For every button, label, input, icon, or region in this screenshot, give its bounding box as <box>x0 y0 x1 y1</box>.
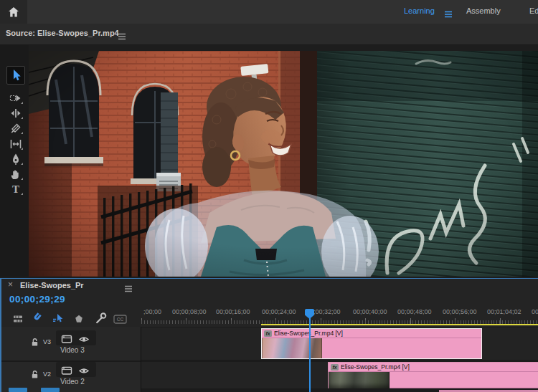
clip-label: Elise-Swopes_Pr.mp4 [V] <box>274 330 343 337</box>
track-output-eye-icon-v3[interactable] <box>78 334 90 347</box>
source-monitor-video[interactable] <box>29 51 538 277</box>
fx-badge-icon: fx <box>264 330 272 337</box>
snap-magnet-icon[interactable] <box>31 312 43 327</box>
wrench-icon[interactable] <box>95 312 107 327</box>
ripple-edit-icon <box>9 106 23 120</box>
svg-text:T: T <box>12 183 19 195</box>
ruler-label: 00;00;48;00 <box>397 308 432 315</box>
workspace-menu-icon[interactable] <box>444 8 453 21</box>
tools-panel: T <box>0 44 29 277</box>
timeline-tab-title[interactable]: Elise-Swopes_Pr <box>20 281 84 290</box>
workspace-tab-learning[interactable]: Learning <box>404 6 435 15</box>
ruler-label: 00;00;08;00 <box>172 308 207 315</box>
playhead-timecode[interactable]: 00;00;29;29 <box>9 294 65 305</box>
track-name-v2[interactable]: Video 2 <box>60 378 85 386</box>
premiere-app-window: Learning Assembly Editing Source: Elise-… <box>0 0 538 392</box>
ripple-edit-tool[interactable] <box>7 106 24 120</box>
linked-selection-icon[interactable] <box>52 312 64 327</box>
track-name-v3[interactable]: Video 3 <box>60 346 85 354</box>
svg-text:CC: CC <box>117 317 124 322</box>
timeline-ruler[interactable]: ;00;00 00;00;08;00 00;00;16;00 00;00;24;… <box>141 308 538 317</box>
source-patch-v1-button[interactable] <box>9 388 27 392</box>
ruler-label: ;00;00 <box>143 308 161 315</box>
track-id-v3[interactable]: V3 <box>43 338 51 345</box>
timeline-tab-close-icon[interactable]: × <box>8 280 13 289</box>
clip-body <box>329 372 538 388</box>
slip-icon <box>9 137 23 151</box>
track-id-v2[interactable]: V2 <box>43 371 51 378</box>
home-button[interactable] <box>0 0 27 24</box>
hand-icon <box>9 167 23 181</box>
timeline-settings-icon[interactable] <box>12 313 24 328</box>
type-icon: T <box>9 182 23 196</box>
clip-title-bar: fx Elise-Swopes_Pr.mp4 [V] <box>329 363 538 372</box>
clip-thumbnail <box>329 372 390 388</box>
selection-tool[interactable] <box>6 66 25 85</box>
timeline-clip-v3[interactable]: fx Elise-Swopes_Pr.mp4 [V] <box>261 328 482 359</box>
home-icon <box>7 6 20 19</box>
ruler-label: 00; <box>532 308 538 315</box>
sync-lock-icon-v2[interactable] <box>61 365 72 378</box>
clip-label: Elise-Swopes_Pr.mp4 [V] <box>341 363 410 371</box>
workspace-tab-assembly[interactable]: Assembly <box>466 6 501 15</box>
render-bar-yellow <box>261 324 538 325</box>
timeline-focus-border <box>0 278 538 279</box>
track-lock-icon-v3[interactable] <box>30 337 39 350</box>
hand-tool[interactable] <box>7 167 24 181</box>
razor-icon <box>9 121 23 135</box>
timeline-clip-v2[interactable]: fx Elise-Swopes_Pr.mp4 [V] <box>328 362 538 388</box>
track-output-eye-icon-v2[interactable] <box>78 365 90 378</box>
playhead-line <box>309 318 311 392</box>
clip-body <box>262 338 481 358</box>
sync-lock-icon-v3[interactable] <box>61 334 72 347</box>
ruler-label: 00;00;56;00 <box>443 308 477 315</box>
track-target-v1-button[interactable] <box>41 388 60 392</box>
pen-icon <box>9 152 23 166</box>
clip-title-bar: fx Elise-Swopes_Pr.mp4 [V] <box>262 329 481 338</box>
app-header-bar: Learning Assembly Editing <box>0 0 538 24</box>
clip-thumbnail <box>262 338 322 358</box>
track-select-icon <box>9 91 23 105</box>
selection-cursor-icon <box>9 68 23 82</box>
ruler-label: 00;01;04;02 <box>487 308 522 315</box>
add-marker-icon[interactable] <box>74 314 84 327</box>
closed-captions-icon[interactable]: CC <box>113 314 127 327</box>
track-select-forward-tool[interactable] <box>7 91 24 105</box>
fx-badge-icon: fx <box>331 364 339 371</box>
type-tool[interactable]: T <box>7 182 24 196</box>
track-lock-icon-v2[interactable] <box>30 369 39 382</box>
slip-tool[interactable] <box>7 137 24 151</box>
razor-tool[interactable] <box>7 121 24 135</box>
workspace-tab-editing[interactable]: Editing <box>529 6 538 15</box>
timeline-panel-menu-icon[interactable] <box>124 282 133 295</box>
source-panel-menu-icon[interactable] <box>118 30 126 43</box>
ruler-label: 00;00;24;00 <box>262 308 296 315</box>
pen-tool[interactable] <box>7 152 24 166</box>
video-frame <box>29 51 538 277</box>
ruler-label: 00;00;40;00 <box>353 308 387 315</box>
source-panel-header: Source: Elise-Swopes_Pr.mp4 <box>0 24 538 45</box>
source-panel-title: Source: Elise-Swopes_Pr.mp4 <box>6 29 119 37</box>
ruler-label: 00;00;16;00 <box>216 308 250 315</box>
